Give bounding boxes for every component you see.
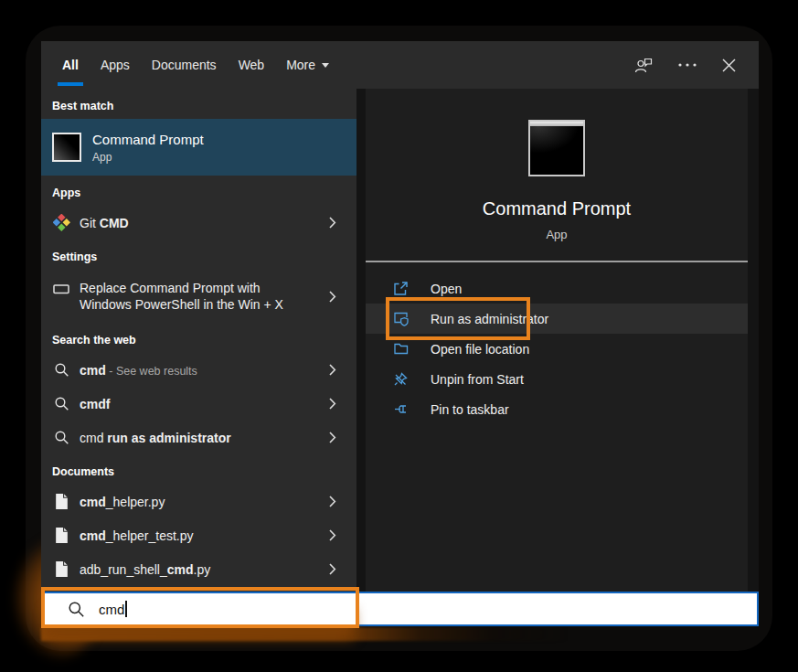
folder-icon [393, 341, 410, 357]
results-panel: Best match Command Prompt App Apps [41, 89, 356, 592]
preview-subtitle: App [546, 228, 567, 241]
action-label: Open [431, 282, 462, 296]
action-label: Open file location [431, 342, 529, 357]
result-git-cmd[interactable]: Git CMD [41, 206, 356, 240]
git-icon [52, 214, 70, 231]
web-suggestion-cmd-run-as-administrator[interactable]: cmd run as administrator [41, 421, 356, 454]
result-label: Replace Command Prompt with Windows Powe… [80, 280, 283, 313]
command-prompt-icon-large [528, 120, 585, 176]
search-icon [52, 362, 70, 378]
search-query: cmd [99, 601, 127, 617]
action-label: Unpin from Start [431, 372, 524, 387]
web-suggestion-cmd[interactable]: cmd - See web results [41, 353, 356, 387]
tab-web[interactable]: Web [229, 41, 274, 89]
action-pin-to-taskbar[interactable]: Pin to taskbar [366, 394, 748, 424]
action-label: Run as administrator [431, 312, 548, 326]
chevron-right-icon[interactable] [329, 217, 336, 229]
chevron-right-icon[interactable] [329, 291, 336, 303]
action-run-as-administrator[interactable]: Run as administrator [366, 304, 748, 334]
tab-more[interactable]: More [277, 41, 338, 89]
more-options-icon[interactable] [677, 62, 697, 68]
document-adb-run-shell-cmd[interactable]: adb_run_shell_cmd.py [41, 552, 356, 586]
open-icon [393, 281, 410, 296]
action-open-file-location[interactable]: Open file location [366, 334, 748, 364]
chevron-right-icon[interactable] [329, 432, 336, 443]
tab-documents-label: Documents [152, 58, 217, 72]
chevron-right-icon[interactable] [329, 364, 336, 376]
pin-icon [393, 401, 410, 417]
tab-all-label: All [62, 58, 79, 72]
chevron-right-icon[interactable] [329, 563, 336, 575]
tab-web-label: Web [239, 58, 265, 72]
windows-search-flyout: All Apps Documents Web More [41, 41, 759, 626]
feedback-icon[interactable] [634, 57, 653, 73]
result-replace-cmd-setting[interactable]: Replace Command Prompt with Windows Powe… [41, 270, 356, 323]
context-actions: Open Run as administrator [366, 262, 748, 424]
action-open[interactable]: Open [366, 273, 748, 304]
result-label: Git CMD [80, 216, 129, 230]
web-suggestion-cmdf[interactable]: cmdf [41, 387, 356, 421]
preview-title: Command Prompt [483, 198, 631, 219]
section-apps: Apps [41, 176, 356, 206]
run-as-administrator-icon [393, 311, 410, 326]
document-icon [52, 527, 70, 544]
section-best-match: Best match [41, 89, 356, 119]
result-command-prompt-selected[interactable]: Command Prompt App [41, 119, 356, 176]
filter-tabs: All Apps Documents Web More [53, 41, 342, 89]
close-icon[interactable] [722, 59, 736, 72]
chevron-right-icon[interactable] [329, 529, 336, 541]
result-label: cmd_helper_test.py [80, 528, 194, 543]
tab-more-label: More [286, 58, 315, 72]
tab-documents[interactable]: Documents [143, 41, 226, 89]
best-match-title: Command Prompt [92, 132, 204, 147]
result-label: cmdf [80, 397, 110, 411]
tab-all[interactable]: All [53, 41, 88, 89]
section-search-the-web: Search the web [41, 323, 356, 353]
search-icon [52, 396, 70, 411]
command-prompt-icon [52, 133, 81, 162]
chevron-right-icon[interactable] [329, 496, 336, 507]
best-match-subtitle: App [92, 151, 204, 164]
section-settings: Settings [41, 240, 356, 270]
tab-apps-label: Apps [101, 58, 130, 72]
document-cmd-helper[interactable]: cmd_helper.py [41, 485, 356, 518]
best-match-text: Command Prompt App [92, 132, 204, 164]
document-icon [52, 560, 70, 578]
search-filter-bar: All Apps Documents Web More [41, 41, 759, 89]
setting-icon [52, 280, 70, 298]
search-input[interactable]: cmd [41, 592, 759, 626]
chevron-down-icon [322, 63, 329, 68]
text-cursor [125, 601, 127, 617]
preview-hero: Command Prompt App [366, 89, 748, 261]
document-icon [52, 493, 70, 510]
chevron-right-icon[interactable] [329, 398, 336, 410]
result-label: cmd - See web results [80, 363, 197, 378]
action-label: Pin to taskbar [431, 402, 509, 417]
section-documents: Documents [41, 454, 356, 485]
result-label: cmd run as administrator [80, 431, 231, 445]
annotation-orange-shadow-strip [41, 627, 567, 641]
result-label: cmd_helper.py [80, 495, 165, 509]
unpin-icon [393, 371, 410, 387]
header-actions [634, 41, 736, 89]
document-cmd-helper-test[interactable]: cmd_helper_test.py [41, 518, 356, 552]
result-label: adb_run_shell_cmd.py [80, 562, 210, 577]
search-icon [52, 430, 70, 445]
action-unpin-from-start[interactable]: Unpin from Start [366, 364, 748, 394]
search-icon [68, 601, 85, 618]
preview-panel: Command Prompt App Open [366, 89, 748, 592]
search-results-area: Best match Command Prompt App Apps [41, 89, 759, 592]
tab-apps[interactable]: Apps [91, 41, 139, 89]
